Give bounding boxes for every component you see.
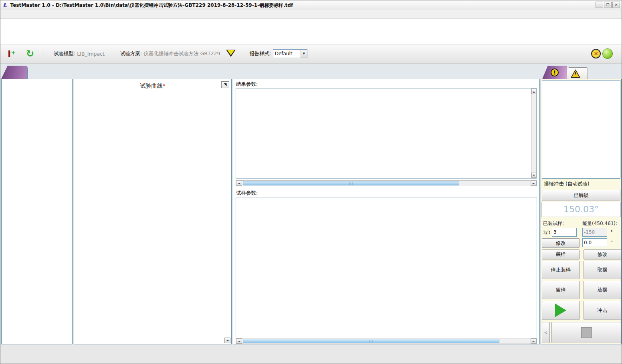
stop-test-button[interactable]: [551, 322, 621, 343]
loaded-specimen-label: 已装试样:: [543, 220, 564, 227]
close-button[interactable]: ✕: [612, 2, 620, 8]
report-style-value: Default: [273, 51, 301, 56]
pendulum-angle-display: 150.03°: [541, 202, 621, 217]
force-time-chart: [74, 79, 231, 344]
model-label: 试验模型:: [54, 50, 75, 57]
tab-status-log[interactable]: !: [542, 66, 567, 79]
scroll-left-button[interactable]: ◄: [236, 181, 242, 186]
angle-fine-input[interactable]: [582, 238, 607, 247]
window-controls: —❐✕: [596, 2, 620, 8]
unsaved-mark: *: [163, 82, 166, 89]
curve-chart-panel: 试验曲线* ◥ ◄: [74, 79, 232, 344]
samples-table-wrap: [236, 197, 537, 337]
loaded-count-input[interactable]: [552, 228, 577, 237]
plan-value: 仪器化摆锤冲击试验方法 GBT229: [143, 50, 220, 57]
menu-bar: [0, 10, 622, 19]
release-pendulum-button[interactable]: 放摆: [584, 281, 621, 299]
stop-loading-button[interactable]: 停止装样: [542, 261, 580, 279]
angle-target-input[interactable]: [582, 228, 607, 237]
titlebar: L TestMaster 1.0 - D:\TestMaster 1.0\Bin…: [0, 0, 622, 10]
results-table-wrap: ▲ ▼: [236, 88, 537, 179]
right-tab-bar: ! !: [542, 66, 588, 79]
pause-button[interactable]: 暂停: [542, 281, 580, 299]
specimen-tree-panel: [1, 79, 73, 344]
loaded-count-label: 3/3: [543, 230, 550, 235]
control-panel: 摆锤冲击 (自动试验) 已解锁 150.03° 已装试样: 能量(450.461…: [541, 79, 622, 344]
scroll-down-button[interactable]: ▼: [531, 173, 536, 178]
results-horizontal-scrollbar[interactable]: ◄ ►: [236, 180, 537, 186]
chart-scroll-left-button[interactable]: ◄: [224, 338, 230, 343]
data-tables-panel: 结果参数: ▲ ▼ ◄ ► 试样参数: ◄ ►: [233, 79, 540, 344]
report-style-select[interactable]: Default ▼: [273, 49, 307, 58]
toolbar-separator: [44, 47, 44, 60]
test-mode-label: 摆锤冲击 (自动试验): [544, 181, 590, 187]
app-logo-icon: L: [3, 2, 7, 9]
exclamation-icon: !: [551, 68, 559, 76]
disconnect-status-icon[interactable]: ✕: [591, 49, 601, 58]
scroll-right-button[interactable]: ►: [531, 338, 537, 344]
scroll-up-button[interactable]: ▲: [531, 89, 536, 94]
tab-specimen-tree[interactable]: [1, 66, 28, 79]
model-value: LIB_Impact: [77, 51, 105, 57]
refresh-icon[interactable]: ↻: [26, 48, 34, 59]
restore-button[interactable]: ❐: [604, 2, 612, 8]
toolbar-separator: [245, 47, 245, 60]
chart-title: 试验曲线*: [74, 82, 231, 90]
app-window: L TestMaster 1.0 - D:\TestMaster 1.0\Bin…: [0, 0, 622, 364]
chevron-down-icon: ▼: [301, 50, 307, 58]
degree-unit: °: [610, 240, 613, 245]
energy-label: 能量(450.461):: [582, 220, 617, 227]
test-log: [542, 80, 620, 179]
ready-status-icon: [602, 48, 613, 59]
samples-section-label: 试样参数:: [236, 190, 258, 197]
degree-unit: °: [610, 229, 613, 235]
ribbon-toolbar: [0, 19, 622, 44]
main-area: 试验曲线* ◥ ◄ 结果参数: ▲ ▼ ◄ ► 试样参数:: [0, 64, 622, 345]
stop-icon: [581, 327, 592, 338]
status-bar: [0, 344, 622, 364]
collapse-panel-button[interactable]: <: [542, 322, 550, 343]
plan-label: 试验方案:: [120, 50, 142, 57]
modify-angle-button[interactable]: 修改: [584, 249, 621, 259]
window-title: TestMaster 1.0 - D:\TestMaster 1.0\Bin\d…: [10, 2, 293, 9]
play-icon: [555, 304, 566, 317]
report-style-label: 报告样式:: [249, 50, 271, 57]
warning-triangle-icon: !: [571, 69, 580, 78]
load-specimen-button[interactable]: 装样: [542, 249, 580, 259]
impact-button[interactable]: 冲击: [584, 301, 621, 320]
take-pendulum-button[interactable]: 取摆: [584, 261, 621, 279]
scroll-right-button[interactable]: ►: [531, 181, 537, 186]
start-test-button[interactable]: [542, 301, 580, 320]
modify-count-button[interactable]: 修改: [542, 238, 580, 248]
chart-popout-button[interactable]: ◥: [221, 81, 229, 88]
device-status-icons: ✕: [586, 48, 618, 59]
filter-funnel-icon[interactable]: [226, 50, 236, 58]
samples-horizontal-scrollbar[interactable]: ◄ ►: [236, 338, 537, 344]
toolbar-separator: [116, 47, 116, 60]
scroll-left-button[interactable]: ◄: [236, 338, 242, 344]
unlock-button[interactable]: 已解锁: [542, 190, 620, 201]
results-vertical-scrollbar[interactable]: ▲ ▼: [531, 88, 537, 178]
minimize-button[interactable]: —: [596, 2, 603, 8]
scrollbar-thumb[interactable]: [243, 181, 459, 185]
results-section-label: 结果参数:: [236, 81, 258, 88]
secondary-toolbar: I+ ↻ 试验模型: LIB_Impact 试验方案: 仪器化摆锤冲击试验方法 …: [0, 44, 622, 64]
add-specimen-icon[interactable]: I+: [8, 49, 16, 59]
scrollbar-thumb[interactable]: [243, 339, 499, 343]
